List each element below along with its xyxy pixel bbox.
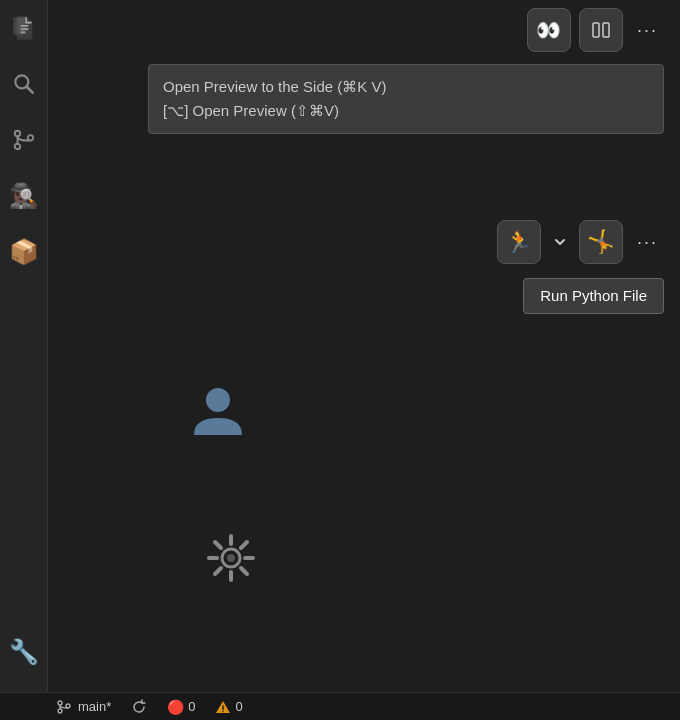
svg-line-20 <box>241 568 247 574</box>
error-status[interactable]: 🔴 0 <box>167 699 195 715</box>
sidebar-item-extensions[interactable]: 📦 <box>4 232 44 272</box>
branch-name: main* <box>78 699 111 714</box>
svg-point-28 <box>223 710 224 711</box>
more-options-button[interactable]: ··· <box>631 16 664 45</box>
run-python-tooltip: Run Python File <box>523 278 664 314</box>
sync-icon <box>131 699 147 715</box>
run-toolbar: 🏃 🤸 ··· <box>497 220 664 264</box>
error-count: 0 <box>188 699 195 714</box>
warning-icon <box>215 699 231 715</box>
svg-rect-10 <box>593 23 599 37</box>
main-content: 👀 ··· Open Preview to the Side (⌘K V) [⌥… <box>48 0 680 720</box>
activity-bar: 🕵🏿 📦 🔧 <box>0 0 48 720</box>
svg-point-7 <box>14 144 19 149</box>
svg-point-12 <box>206 388 230 412</box>
svg-point-6 <box>14 131 19 136</box>
run-python-label: Run Python File <box>540 287 647 304</box>
tooltip-line2: [⌥] Open Preview (⇧⌘V) <box>163 99 649 123</box>
eyes-button[interactable]: 👀 <box>527 8 571 52</box>
tooltip-line1: Open Preview to the Side (⌘K V) <box>163 75 649 99</box>
yoga-button[interactable]: 🤸 <box>579 220 623 264</box>
gear-icon <box>203 530 259 595</box>
git-branch-icon <box>56 699 72 715</box>
svg-point-24 <box>58 709 62 713</box>
preview-tooltip: Open Preview to the Side (⌘K V) [⌥] Open… <box>148 64 664 134</box>
error-icon: 🔴 <box>167 699 184 715</box>
sync-status[interactable] <box>131 699 147 715</box>
svg-line-19 <box>215 542 221 548</box>
svg-line-5 <box>26 87 32 93</box>
split-editor-button[interactable] <box>579 8 623 52</box>
sidebar-item-tools[interactable]: 🔧 <box>4 632 44 672</box>
svg-rect-3 <box>13 17 26 34</box>
git-branch-status[interactable]: main* <box>56 699 111 715</box>
sidebar-item-search[interactable] <box>4 64 44 104</box>
svg-rect-11 <box>603 23 609 37</box>
svg-point-14 <box>227 554 235 562</box>
run-python-button[interactable]: 🏃 <box>497 220 541 264</box>
svg-line-21 <box>241 542 247 548</box>
sidebar-item-files[interactable] <box>4 8 44 48</box>
svg-point-23 <box>58 701 62 705</box>
svg-line-22 <box>215 568 221 574</box>
status-bar: main* 🔴 0 0 <box>0 692 680 720</box>
run-dropdown-button[interactable] <box>549 231 571 253</box>
top-toolbar: 👀 ··· <box>527 8 664 52</box>
warning-status[interactable]: 0 <box>215 699 242 715</box>
warning-count: 0 <box>235 699 242 714</box>
sidebar-item-source-control[interactable] <box>4 120 44 160</box>
person-icon <box>188 380 248 451</box>
sidebar-item-detective[interactable]: 🕵🏿 <box>4 176 44 216</box>
more-run-options-button[interactable]: ··· <box>631 228 664 257</box>
